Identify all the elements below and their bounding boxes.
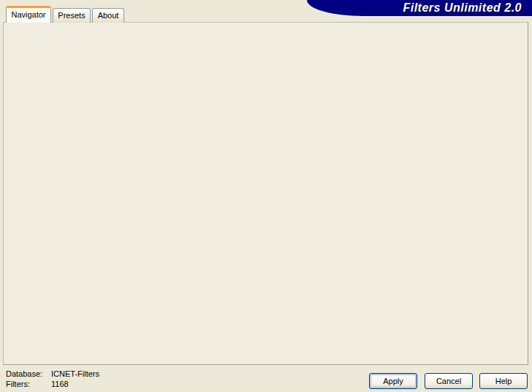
status-filters: Filters:1168	[6, 380, 69, 388]
status-filters-value: 1168	[51, 380, 69, 388]
title-banner: Filters Unlimited 2.0	[307, 0, 532, 16]
cancel-button[interactable]: Cancel	[425, 373, 473, 389]
apply-button[interactable]: Apply	[369, 373, 417, 389]
status-database-value: ICNET-Filters	[51, 369, 99, 378]
tab-navigator[interactable]: Navigator	[6, 6, 51, 23]
tab-presets[interactable]: Presets	[53, 8, 91, 23]
help-button[interactable]: Help	[479, 373, 528, 389]
status-database-label: Database:	[6, 369, 51, 378]
tab-about[interactable]: About	[92, 8, 124, 23]
navigator-tab-panel	[3, 22, 528, 365]
status-filters-label: Filters:	[6, 380, 51, 388]
status-database: Database:ICNET-Filters	[6, 369, 99, 378]
filters-unlimited-dialog: Filters Unlimited 2.0 Navigator Presets …	[0, 0, 532, 392]
window-title: Filters Unlimited 2.0	[403, 1, 522, 14]
